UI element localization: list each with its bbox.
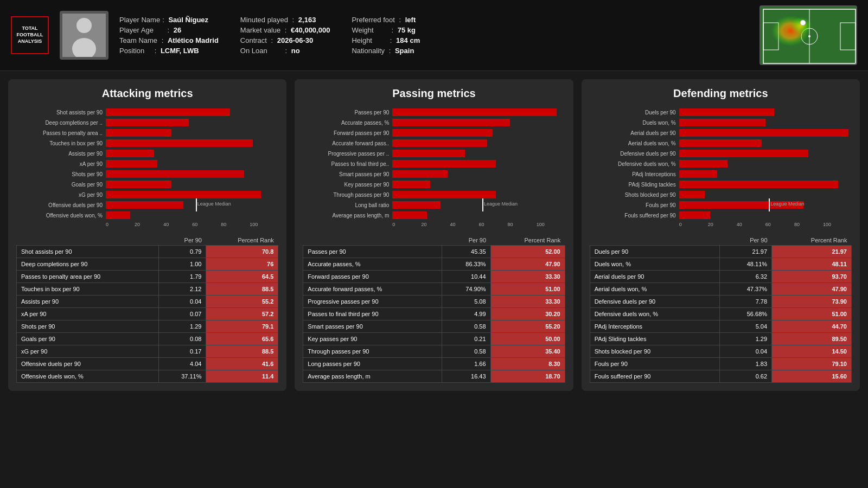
table-header [17,235,159,246]
passing-panel: Passing metrics Passes per 90 Accurate p… [295,79,573,391]
rank-value: 44.70 [772,320,852,333]
table-row: Defensive duels won, % 56.68% 51.00 [590,308,851,320]
table-row: Progressive passes per 90 5.08 33.30 [303,296,565,308]
per90-value: 1.29 [159,320,206,333]
svg-point-7 [808,35,810,37]
table-row: Offensive duels per 90 4.04 41.6 [17,358,278,370]
chart-bar-area [679,191,852,198]
chart-bar-area [106,129,278,137]
per90-value: 37.11% [159,370,206,383]
rank-value: 89.50 [772,333,852,345]
chart-label: Fouls per 90 [590,202,679,208]
chart-label: Goals per 90 [16,182,106,188]
chart-label: Offensive duels won, % [16,213,106,219]
player-info: Player Name : Saúl Ñíguez Player Age : 2… [119,16,749,55]
minutes-value: 2,163 [298,16,316,24]
per90-value: 4.99 [442,308,490,320]
chart-label: Average pass length, m [303,213,392,219]
position-label: Position [119,47,144,55]
chart-bar [679,211,710,219]
chart-label: Shots blocked per 90 [590,192,679,198]
chart-row: PAdj Interceptions [590,170,852,178]
metric-name: Defensive duels per 90 [590,296,719,308]
header: TOTALFOOTBALLANALYSIS Player Name : Saúl… [0,0,868,71]
x-tick: 20 [135,222,163,227]
x-tick: 80 [794,222,823,227]
chart-label: Key passes per 90 [303,182,392,188]
svg-point-1 [76,18,92,33]
chart-bar [679,108,774,116]
metric-name: Key passes per 90 [303,333,442,345]
chart-row: Key passes per 90 [303,180,565,189]
x-tick: 40 [737,222,765,227]
chart-bar [392,191,496,198]
chart-label: Aerial duels per 90 [590,130,679,136]
chart-row: Accurate forward pass.. [303,139,565,147]
x-tick: 100 [823,222,852,227]
nationality-label: Nationality [352,47,385,55]
chart-bar-area: League Median [106,201,278,209]
table-header [590,235,719,246]
chart-row: Forward passes per 90 [303,129,565,137]
table-row: Key passes per 90 0.21 50.00 [303,333,565,345]
chart-label: Offensive duels per 90 [16,202,106,208]
chart-bar-area [106,108,278,116]
table-row: Aerial duels per 90 6.32 93.70 [590,271,851,283]
rank-value: 47.90 [772,283,852,296]
chart-bar [392,119,509,126]
metric-name: Through passes per 90 [303,345,442,358]
table-header [303,235,442,246]
chart-label: Forward passes per 90 [303,130,392,136]
per90-value: 16.43 [442,370,490,383]
metric-name: Passes per 90 [303,246,442,258]
attacking-panel: Attacking metrics Shot assists per 90 De… [8,79,286,391]
metric-name: xG per 90 [17,345,159,358]
per90-value: 2.12 [159,283,206,296]
chart-label: Accurate forward pass.. [303,140,392,146]
chart-bar-area [392,119,565,126]
defending-table: Per 90Percent Rank Duels per 90 21.97 21… [590,235,852,383]
chart-bar [106,201,183,209]
chart-row: Touches in box per 90 [16,139,278,147]
chart-row: Assists per 90 [16,149,278,158]
chart-row: Long ball ratio League Median [303,201,565,209]
per90-value: 56.68% [719,308,772,320]
table-row: Duels won, % 48.11% 48.11 [590,258,851,271]
chart-row: Through passes per 90 [303,190,565,199]
chart-bar-area [392,181,565,188]
metric-name: Accurate forward passes, % [303,283,442,296]
table-row: xA per 90 0.07 57.2 [17,308,278,320]
chart-bar-area [679,108,852,116]
passing-chart: Passes per 90 Accurate passes, % Forward… [303,108,565,227]
rank-value: 65.6 [206,333,278,345]
per90-value: 7.78 [719,296,772,308]
per90-value: 45.35 [442,246,490,258]
x-tick: 0 [392,222,421,227]
rank-value: 73.90 [772,296,852,308]
metric-name: Shots per 90 [17,320,159,333]
chart-bar [392,150,465,157]
info-col-mid: Minuted played : 2,163 Market value : €4… [240,16,330,55]
metric-name: Forward passes per 90 [303,271,442,283]
chart-label: Defensive duels per 90 [590,151,679,157]
minutes-label: Minuted played [240,16,288,24]
chart-bar [679,181,838,188]
chart-bar [106,211,130,219]
info-position-row: Position : LCMF, LWB [119,47,219,55]
chart-bar [106,129,171,137]
chart-bar [106,108,230,116]
chart-bar [679,170,717,178]
rank-value: 18.70 [490,370,565,383]
foot-value: left [405,16,416,24]
metric-name: Duels per 90 [590,246,719,258]
passing-title: Passing metrics [303,87,565,100]
chart-row: Aerial duels per 90 [590,129,852,137]
per90-value: 0.58 [442,345,490,358]
per90-value: 0.08 [159,333,206,345]
metric-name: Passes to final third per 90 [303,308,442,320]
rank-value: 55.20 [490,320,565,333]
team-label: Team Name [119,36,157,44]
chart-bar [679,191,705,198]
team-value: Atlético Madrid [168,36,219,44]
rank-value: 35.40 [490,345,565,358]
